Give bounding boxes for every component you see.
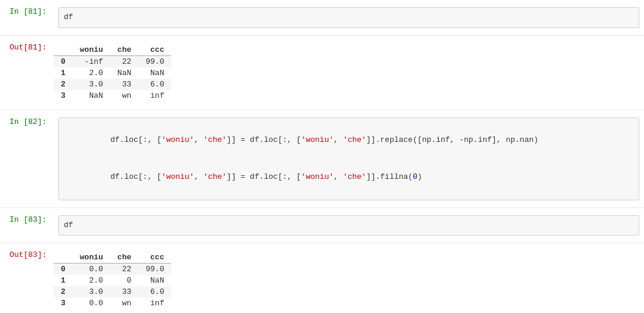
dataframe-table-83: woniu che ccc 0 0.0 22 99.0 1 2.0 [54,252,171,309]
code-input-83[interactable]: df [58,215,639,236]
code-text: , [334,172,343,181]
str-che: 'che' [203,135,227,144]
col-header-idx-83 [54,252,73,264]
cell-che: 22 [110,264,138,275]
table-row: 3 NaN wn inf [54,90,171,101]
dataframe-table-81: woniu che ccc 0 -inf 22 99.0 1 2.0 [54,44,171,101]
col-header-ccc-83: ccc [138,252,171,264]
cell-woniu: NaN [73,90,110,101]
cell-ccc: 99.0 [138,55,171,67]
str-woniu3: 'woniu' [162,172,194,181]
cell-in-83: In [83]: df [0,208,644,244]
num-zero: 0 [413,172,417,181]
code-text: ], np.nan) [492,135,538,144]
code-line-81: df [64,11,634,24]
code-text: ]] = df.loc[:, [ [227,172,301,181]
row-idx: 1 [54,275,73,286]
code-text: df.loc[:, [ [110,172,162,181]
cell-content-in-82: df.loc[:, ['woniu', 'che']] = df.loc[:, … [54,115,644,203]
table-row: 0 -inf 22 99.0 [54,55,171,67]
cell-che: 22 [110,55,138,67]
col-header-ccc-81: ccc [138,44,171,56]
cell-woniu: 2.0 [73,275,110,286]
cell-woniu: 2.0 [73,67,110,79]
row-idx: 0 [54,55,73,67]
cell-ccc: NaN [138,275,171,286]
code-line-83: df [64,219,634,232]
cell-label-in-83: In [83]: [0,213,54,238]
cell-woniu: 0.0 [73,297,110,309]
row-idx: 2 [54,286,73,297]
cell-label-in-82: In [82]: [0,115,54,203]
code-text: ]].replace([np.inf, [366,135,459,144]
cell-ccc: 99.0 [138,264,171,275]
cell-che: 33 [110,79,138,90]
str-che3: 'che' [203,172,227,181]
cell-label-out-83: Out[83]: [0,248,54,312]
cell-ccc: inf [138,297,171,309]
col-header-woniu-83: woniu [73,252,110,264]
col-header-che-83: che [110,252,138,264]
cell-ccc: 6.0 [138,286,171,297]
str-woniu2: 'woniu' [301,135,334,144]
cell-che: 0 [110,275,138,286]
cell-label-in-81: In [81]: [0,5,54,30]
cell-out-83: Out[83]: woniu che ccc 0 0.0 22 [0,243,644,313]
table-row: 1 2.0 0 NaN [54,275,171,286]
cell-ccc: inf [138,90,171,101]
code-line-82-2: df.loc[:, ['woniu', 'che']] = df.loc[:, … [64,159,634,196]
cell-out-81: Out[81]: woniu che ccc 0 -inf 22 [0,36,644,110]
cell-content-out-83: woniu che ccc 0 0.0 22 99.0 1 2.0 [54,248,644,312]
code-text: ]] = df.loc[:, [ [227,135,301,144]
row-idx: 2 [54,79,73,90]
cell-woniu: 3.0 [73,79,110,90]
neg-inf: -np.inf [459,135,492,144]
row-idx: 3 [54,90,73,101]
cell-label-out-81: Out[81]: [0,41,54,105]
str-che4: 'che' [343,172,366,181]
code-line-82-1: df.loc[:, ['woniu', 'che']] = df.loc[:, … [64,122,634,159]
cell-content-in-81: df [54,5,644,30]
code-input-81[interactable]: df [58,7,639,28]
cell-woniu: 0.0 [73,264,110,275]
table-row: 1 2.0 NaN NaN [54,67,171,79]
cell-che: NaN [110,67,138,79]
row-idx: 0 [54,264,73,275]
table-row: 2 3.0 33 6.0 [54,286,171,297]
cell-in-82: In [82]: df.loc[:, ['woniu', 'che']] = d… [0,110,644,208]
notebook: In [81]: df Out[81]: woniu che ccc [0,0,644,313]
table-row: 3 0.0 wn inf [54,297,171,309]
table-row: 0 0.0 22 99.0 [54,264,171,275]
code-input-82[interactable]: df.loc[:, ['woniu', 'che']] = df.loc[:, … [58,117,639,200]
code-text: ]].fillna( [366,172,413,181]
cell-ccc: NaN [138,67,171,79]
str-che2: 'che' [343,135,366,144]
code-text: ) [417,172,422,181]
str-woniu: 'woniu' [162,135,194,144]
code-text: df.loc[:, [ [110,135,162,144]
cell-ccc: 6.0 [138,79,171,90]
table-row: 2 3.0 33 6.0 [54,79,171,90]
row-idx: 1 [54,67,73,79]
str-woniu4: 'woniu' [301,172,334,181]
cell-woniu: -inf [73,55,110,67]
cell-che: 33 [110,286,138,297]
cell-che: wn [110,297,138,309]
code-text: , [194,172,203,181]
code-text: , [334,135,343,144]
cell-content-in-83: df [54,213,644,238]
col-header-che-81: che [110,44,138,56]
col-header-idx-81 [54,44,73,56]
cell-woniu: 3.0 [73,286,110,297]
row-idx: 3 [54,297,73,309]
code-text: , [194,135,203,144]
col-header-woniu-81: woniu [73,44,110,56]
cell-content-out-81: woniu che ccc 0 -inf 22 99.0 1 2.0 [54,41,644,105]
cell-che: wn [110,90,138,101]
cell-in-81: In [81]: df [0,0,644,36]
